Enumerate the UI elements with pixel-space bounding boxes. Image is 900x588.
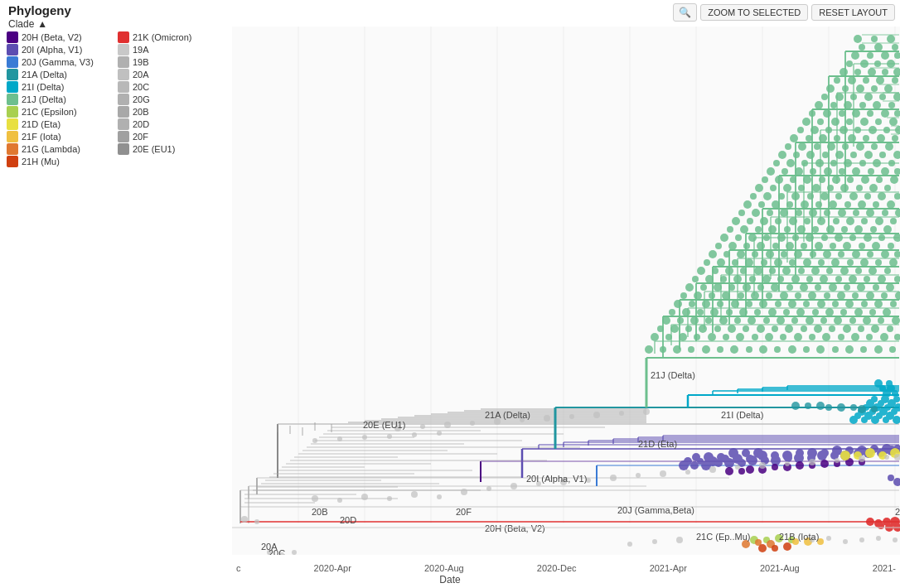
svg-point-670 — [783, 542, 791, 551]
svg-point-636 — [888, 475, 894, 481]
svg-point-459 — [759, 300, 767, 308]
svg-point-408 — [705, 275, 714, 283]
toolbar: 🔍 ZOOM TO SELECTED RESET LAYOUT — [668, 0, 900, 25]
svg-point-371 — [794, 250, 802, 258]
svg-point-262 — [775, 176, 783, 184]
legend-item: 20F — [118, 131, 225, 142]
svg-point-221 — [848, 134, 856, 142]
svg-point-478 — [796, 308, 805, 316]
svg-point-472 — [710, 308, 719, 316]
reset-layout-button[interactable]: RESET LAYOUT — [811, 4, 895, 21]
svg-point-506 — [714, 325, 721, 332]
svg-point-264 — [803, 176, 811, 184]
svg-point-440 — [722, 292, 730, 300]
svg-point-227 — [814, 143, 820, 150]
svg-point-222 — [863, 135, 869, 142]
legend-item: 21G (Lambda) — [7, 143, 114, 155]
svg-point-692 — [636, 473, 641, 478]
svg-point-289 — [864, 193, 871, 200]
svg-point-526 — [752, 334, 758, 340]
svg-point-375 — [852, 250, 860, 258]
svg-point-457 — [731, 300, 739, 308]
legend: 20H (Beta, V2)21K (Omicron)20I (Alpha, V… — [7, 31, 225, 167]
svg-text:20D: 20D — [340, 515, 356, 525]
svg-point-407 — [692, 276, 699, 282]
svg-point-723 — [893, 537, 898, 542]
svg-point-388 — [831, 258, 840, 267]
svg-point-468 — [890, 301, 897, 307]
svg-point-338 — [883, 225, 892, 234]
legend-label: 20G — [133, 94, 150, 104]
legend-label: 21H (Mu) — [22, 157, 60, 166]
svg-point-483 — [869, 309, 876, 316]
svg-point-422 — [685, 283, 694, 292]
phylogeny-chart[interactable]: 21J (Delta) 21A (Delta) 20E (EU1) 21I (D… — [232, 27, 900, 555]
svg-point-540 — [688, 346, 694, 353]
svg-point-719 — [826, 536, 831, 541]
svg-point-312 — [866, 209, 874, 217]
svg-point-299 — [844, 201, 851, 208]
svg-point-226 — [798, 142, 806, 151]
svg-point-311 — [853, 210, 859, 216]
svg-point-283 — [778, 193, 785, 200]
svg-point-544 — [746, 346, 752, 353]
svg-point-284 — [791, 192, 800, 200]
svg-point-194 — [888, 102, 895, 108]
svg-point-410 — [733, 275, 742, 283]
legend-label: 20C — [133, 82, 149, 92]
svg-point-334 — [826, 225, 835, 234]
legend-label: 21D (Eta) — [22, 119, 60, 129]
zoom-to-selected-button[interactable]: ZOOM TO SELECTED — [700, 4, 808, 21]
legend-swatch — [7, 156, 18, 167]
legend-swatch — [7, 131, 18, 142]
svg-point-524 — [723, 334, 729, 340]
legend-item: 21K (Omicron) — [118, 31, 225, 43]
svg-point-550 — [832, 346, 839, 353]
svg-point-265 — [819, 176, 825, 183]
svg-point-370 — [781, 251, 787, 258]
svg-point-696 — [735, 465, 740, 470]
svg-point-625 — [784, 454, 792, 462]
svg-point-499 — [863, 316, 871, 325]
svg-point-638 — [738, 468, 745, 475]
svg-point-442 — [751, 292, 759, 300]
search-button[interactable]: 🔍 — [673, 3, 697, 22]
svg-point-344 — [792, 234, 799, 241]
svg-point-587 — [825, 404, 832, 411]
svg-point-179 — [842, 85, 849, 92]
svg-point-545 — [759, 345, 767, 354]
legend-label: 20H (Beta, V2) — [22, 32, 82, 42]
svg-point-267 — [847, 176, 854, 183]
svg-point-495 — [806, 316, 814, 325]
svg-point-533 — [851, 333, 859, 341]
svg-point-292 — [743, 200, 752, 209]
svg-point-319 — [789, 217, 797, 225]
svg-point-183 — [821, 94, 828, 100]
svg-point-205 — [846, 118, 853, 125]
svg-point-466 — [861, 301, 868, 307]
svg-point-534 — [866, 334, 873, 340]
svg-point-441 — [738, 292, 744, 299]
clade-sort-label[interactable]: Clade ▲ — [8, 18, 47, 30]
legend-item: 20E (EU1) — [118, 143, 225, 155]
legend-item: 21C (Epsilon) — [7, 106, 114, 118]
svg-text:21I (Delta): 21I (Delta) — [721, 410, 763, 420]
svg-point-429 — [786, 284, 793, 291]
svg-point-681 — [361, 494, 368, 500]
svg-point-496 — [820, 317, 827, 324]
legend-item: 20B — [118, 106, 225, 118]
svg-point-427 — [757, 284, 764, 291]
svg-point-212 — [840, 126, 848, 134]
svg-point-535 — [880, 333, 888, 341]
svg-text:20H (Beta, V2): 20H (Beta, V2) — [485, 523, 545, 533]
svg-point-169 — [854, 69, 861, 75]
legend-label: 20F — [133, 132, 148, 142]
svg-point-531 — [822, 333, 830, 341]
legend-swatch — [7, 81, 18, 93]
svg-point-394 — [712, 267, 719, 274]
svg-point-493 — [777, 316, 785, 325]
svg-point-234 — [793, 152, 800, 158]
svg-point-215 — [883, 127, 890, 133]
svg-point-467 — [874, 300, 883, 308]
svg-point-620 — [724, 458, 734, 468]
